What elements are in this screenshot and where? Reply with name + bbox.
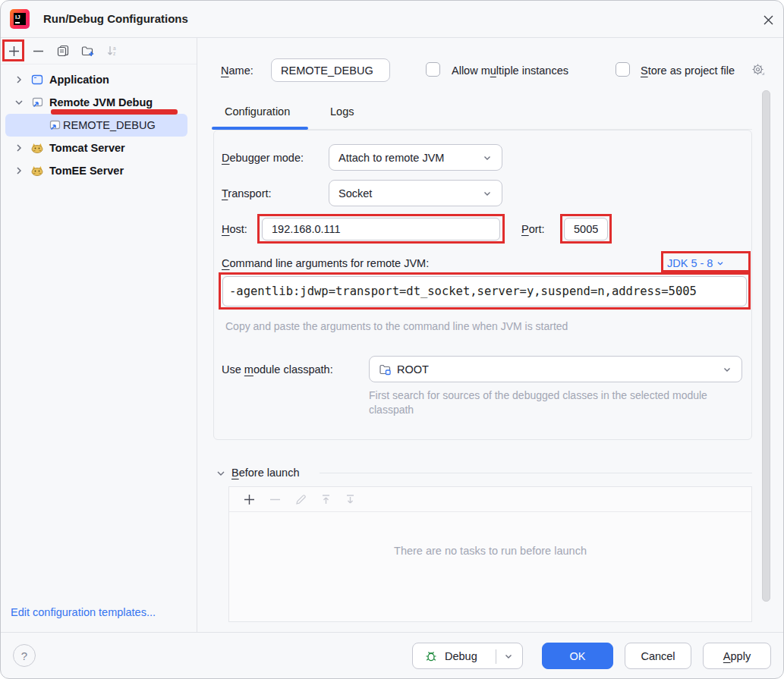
tomcat-icon xyxy=(30,141,44,155)
copy-configuration-button[interactable] xyxy=(56,44,70,58)
command-line-hint: Copy and paste the arguments to the comm… xyxy=(225,320,568,332)
transport-select[interactable]: Socket xyxy=(329,180,502,206)
command-line-arguments-input[interactable] xyxy=(222,276,747,306)
arrow-up-to-bar-icon xyxy=(320,493,332,506)
close-button[interactable] xyxy=(760,11,776,28)
debug-split-button[interactable]: Debug xyxy=(412,643,523,669)
chevron-down-icon xyxy=(716,259,725,268)
copy-icon xyxy=(56,44,70,58)
intellij-logo-icon: IJ xyxy=(10,9,30,29)
remote-jvm-debug-icon xyxy=(48,118,61,132)
tree-item-tomcat-server[interactable]: Tomcat Server xyxy=(1,137,197,159)
host-input[interactable] xyxy=(262,218,500,240)
plus-icon xyxy=(243,493,256,506)
host-label: Host: xyxy=(222,223,247,235)
store-options-gear-button[interactable] xyxy=(751,63,765,77)
before-launch-move-up-button[interactable] xyxy=(320,493,332,506)
ok-button[interactable]: OK xyxy=(542,643,613,669)
sort-configurations-button[interactable]: a z xyxy=(105,44,119,58)
before-launch-move-down-button[interactable] xyxy=(344,493,357,506)
debugger-mode-select[interactable]: Attach to remote JVM xyxy=(329,144,502,171)
sidebar-toolbar: a z xyxy=(1,38,197,64)
chevron-right-icon[interactable] xyxy=(13,142,25,154)
new-folder-button[interactable] xyxy=(80,44,95,58)
close-icon xyxy=(763,14,774,26)
tree-item-label: TomEE Server xyxy=(49,165,124,177)
before-launch-rule xyxy=(320,473,752,473)
new-folder-icon xyxy=(80,44,95,58)
jdk-version-value: JDK 5 - 8 xyxy=(667,257,713,269)
command-line-arguments-label: Command line arguments for remote JVM: xyxy=(222,257,429,269)
sort-alphabetically-icon: a z xyxy=(105,44,119,58)
name-label: Name: xyxy=(221,64,253,77)
tab-logs[interactable]: Logs xyxy=(330,105,354,118)
before-launch-edit-button[interactable] xyxy=(294,493,307,506)
module-classpath-label: Use module classpath: xyxy=(222,363,333,376)
edit-configuration-templates-link[interactable]: Edit configuration templates... xyxy=(11,606,156,618)
apply-button[interactable]: Apply xyxy=(703,643,771,669)
allow-multiple-instances-checkbox[interactable] xyxy=(426,62,440,77)
sidebar: a z Application xyxy=(1,38,197,632)
chevron-right-icon[interactable] xyxy=(13,74,25,86)
debug-button-label: Debug xyxy=(445,650,477,662)
module-folder-icon xyxy=(379,363,392,376)
module-classpath-value: ROOT xyxy=(397,363,722,376)
cancel-button[interactable]: Cancel xyxy=(625,643,691,669)
tree-item-label: Application xyxy=(49,74,109,86)
tree-item-label: Tomcat Server xyxy=(49,142,125,154)
port-label: Port: xyxy=(521,223,545,235)
chevron-down-icon xyxy=(722,364,732,375)
gear-icon xyxy=(751,63,765,77)
tab-configuration[interactable]: Configuration xyxy=(225,105,290,118)
before-launch-collapse-chevron[interactable] xyxy=(215,467,227,479)
split-button-divider xyxy=(496,649,496,664)
svg-text:a: a xyxy=(113,46,116,51)
run-debug-configurations-dialog: IJ Run/Debug Configurations xyxy=(0,0,784,679)
add-configuration-button[interactable] xyxy=(8,45,20,58)
module-classpath-select[interactable]: ROOT xyxy=(369,356,742,382)
module-classpath-hint: First search for sources of the debugged… xyxy=(369,388,724,417)
before-launch-label: Before launch xyxy=(231,467,299,479)
help-button[interactable]: ? xyxy=(13,644,36,667)
minus-icon xyxy=(269,493,282,506)
before-launch-empty-text: There are no tasks to run before launch xyxy=(229,545,751,557)
minus-icon xyxy=(32,45,45,58)
remote-jvm-debug-icon xyxy=(30,96,44,109)
tree-item-tomee-server[interactable]: TomEE Server xyxy=(1,159,197,182)
tree-item-remote-debug-selected[interactable]: REMOTE_DEBUG xyxy=(1,114,197,137)
store-as-project-file-label: Store as project file xyxy=(641,64,735,77)
dialog-title: Run/Debug Configurations xyxy=(43,1,188,37)
before-launch-add-button[interactable] xyxy=(243,493,256,506)
before-launch-toolbar xyxy=(229,487,751,512)
tree-item-application[interactable]: Application xyxy=(1,68,197,91)
before-launch-remove-button[interactable] xyxy=(269,493,282,506)
tomcat-icon xyxy=(30,164,44,178)
debugger-mode-label: Debugger mode: xyxy=(222,152,304,164)
transport-label: Transport: xyxy=(222,187,272,200)
logo-letters: IJ xyxy=(15,14,20,20)
logo-underscore xyxy=(15,22,20,24)
application-icon xyxy=(30,73,44,86)
svg-text:z: z xyxy=(113,51,115,56)
tree-item-remote-jvm-debug[interactable]: Remote JVM Debug xyxy=(1,91,197,114)
name-input[interactable] xyxy=(271,58,390,82)
port-input[interactable] xyxy=(564,218,608,240)
remove-configuration-button[interactable] xyxy=(32,45,45,58)
pencil-icon xyxy=(294,493,307,506)
allow-multiple-instances-label: Allow multiple instances xyxy=(452,64,568,77)
chevron-down-icon xyxy=(215,467,227,479)
sidebar-divider xyxy=(197,38,197,632)
chevron-down-icon xyxy=(482,152,493,163)
plus-icon xyxy=(8,45,20,58)
chevron-down-icon xyxy=(482,188,493,199)
debug-bug-icon xyxy=(424,649,438,663)
chevron-down-icon[interactable] xyxy=(13,96,25,108)
footer-divider xyxy=(1,632,784,633)
tree-item-label: Remote JVM Debug xyxy=(49,96,153,108)
chevron-right-icon[interactable] xyxy=(13,165,25,177)
vertical-scrollbar[interactable] xyxy=(762,90,770,602)
arrow-down-to-bar-icon xyxy=(344,493,357,506)
chevron-down-icon[interactable] xyxy=(503,651,514,662)
store-as-project-file-checkbox[interactable] xyxy=(616,62,630,77)
jdk-version-selector[interactable]: JDK 5 - 8 xyxy=(667,257,725,269)
